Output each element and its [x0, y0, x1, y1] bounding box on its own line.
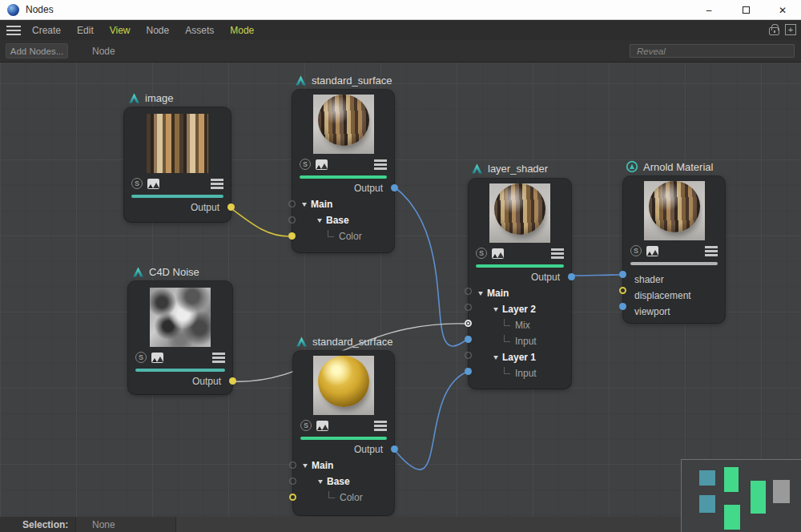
arnold-logo-icon	[471, 163, 483, 175]
row-base[interactable]: Base	[292, 212, 394, 228]
solo-icon[interactable]: S	[135, 352, 147, 363]
node-image[interactable]: S Output	[124, 107, 231, 222]
preview-image-icon[interactable]	[316, 159, 328, 170]
displacement-input-port[interactable]	[619, 287, 626, 294]
node-menu-icon[interactable]	[705, 246, 718, 256]
row-layer-1[interactable]: Layer 1	[469, 349, 571, 365]
wire-standard-surface2-to-layer1-input[interactable]	[394, 373, 465, 470]
solo-icon[interactable]: S	[131, 178, 143, 189]
preview-image-icon[interactable]	[151, 353, 163, 363]
node-title-layer-shader[interactable]: layer_shader	[471, 161, 548, 175]
minimap[interactable]	[681, 459, 801, 532]
row-color[interactable]: Color	[293, 490, 394, 506]
node-c4d-noise[interactable]: S Output	[128, 281, 232, 394]
lock-icon[interactable]	[769, 27, 779, 35]
wire-image-to-standard-surface-color[interactable]	[230, 208, 289, 236]
mix-input-port[interactable]	[465, 320, 472, 327]
main-port[interactable]	[465, 288, 472, 295]
node-menu-icon[interactable]	[551, 248, 564, 259]
reveal-search-input[interactable]	[630, 44, 795, 58]
node-menu-icon[interactable]	[211, 179, 223, 189]
node-title-arnold-material[interactable]: Arnold Material	[626, 159, 713, 174]
close-button[interactable]: ✕	[764, 0, 801, 20]
caret-down-icon[interactable]	[317, 219, 322, 223]
viewport-input-port[interactable]	[619, 303, 626, 310]
layer-2-port[interactable]	[465, 304, 472, 311]
add-panel-icon[interactable]: +	[785, 24, 796, 35]
color-input-port[interactable]	[288, 232, 296, 240]
shader-input-port[interactable]	[619, 271, 626, 278]
node-standard-surface-2[interactable]: S Output Main Base Color	[293, 351, 394, 515]
row-layer-2[interactable]: Layer 2	[469, 301, 571, 317]
node-menu-icon[interactable]	[212, 353, 225, 363]
layer-1-input-port[interactable]	[465, 368, 472, 375]
preview-image-icon[interactable]	[646, 246, 658, 256]
menu-assets[interactable]: Assets	[185, 25, 214, 36]
output-port[interactable]	[568, 273, 575, 280]
caret-down-icon[interactable]	[478, 292, 483, 296]
row-viewport[interactable]: viewport	[623, 304, 725, 320]
node-arnold-material[interactable]: S shader displacement viewport	[623, 176, 725, 323]
node-menu-icon[interactable]	[374, 421, 387, 431]
arnold-logo-icon	[128, 92, 140, 104]
add-nodes-button[interactable]: Add Nodes...	[6, 43, 68, 58]
node-title-standard-surface[interactable]: standard_surface	[295, 73, 392, 87]
solo-icon[interactable]: S	[630, 245, 642, 256]
progress-bar	[630, 262, 718, 265]
output-port[interactable]	[229, 377, 236, 385]
row-color[interactable]: Color	[292, 228, 394, 244]
wire-standard-surface-to-layer2-input[interactable]	[394, 187, 465, 346]
node-title-standard-surface-2[interactable]: standard_surface	[296, 334, 392, 349]
color-input-port[interactable]	[289, 494, 296, 501]
minimize-button[interactable]: –	[690, 0, 727, 20]
node-layer-shader[interactable]: S Output Main Layer 2 Mix Input Layer 1 …	[469, 179, 571, 389]
row-main[interactable]: Main	[292, 196, 394, 212]
wire-layer-shader-to-shader[interactable]	[571, 275, 620, 276]
node-title-c4d-noise[interactable]: C4D Noise	[132, 264, 199, 279]
app-icon	[7, 4, 19, 16]
node-menu-icon[interactable]	[374, 159, 387, 170]
output-port[interactable]	[391, 184, 398, 191]
base-port[interactable]	[289, 478, 296, 485]
layer-1-port[interactable]	[465, 352, 472, 359]
caret-down-icon[interactable]	[302, 203, 307, 207]
node-graph-canvas[interactable]: image S Output standard_surface S Output…	[0, 62, 801, 517]
node-title-image[interactable]: image	[128, 91, 173, 105]
menu-view[interactable]: View	[110, 25, 131, 36]
row-shader[interactable]: shader	[623, 272, 725, 288]
caret-down-icon[interactable]	[493, 308, 498, 312]
output-port[interactable]	[391, 445, 398, 453]
menu-node[interactable]: Node	[147, 25, 170, 36]
row-layer1-input[interactable]: Input	[469, 365, 571, 381]
main-port[interactable]	[288, 200, 296, 208]
window-title: Nodes	[26, 4, 54, 15]
base-port[interactable]	[288, 216, 296, 224]
hamburger-menu-icon[interactable]	[6, 26, 21, 35]
row-base[interactable]: Base	[293, 474, 394, 490]
maximize-button[interactable]	[727, 0, 764, 20]
preview-image-icon[interactable]	[147, 179, 159, 189]
preview-image-icon[interactable]	[316, 421, 328, 431]
output-port[interactable]	[227, 204, 235, 211]
caret-down-icon[interactable]	[318, 480, 323, 484]
main-port[interactable]	[289, 461, 296, 469]
row-main[interactable]: Main	[469, 285, 571, 301]
solo-icon[interactable]: S	[300, 420, 312, 431]
solo-icon[interactable]: S	[476, 248, 487, 259]
menu-edit[interactable]: Edit	[77, 25, 94, 36]
row-layer2-input[interactable]: Input	[469, 333, 571, 349]
tree-elbow	[328, 491, 335, 498]
row-main[interactable]: Main	[293, 457, 394, 474]
caret-down-icon[interactable]	[303, 464, 308, 468]
menu-create[interactable]: Create	[32, 25, 61, 36]
caret-down-icon[interactable]	[493, 356, 498, 360]
node-standard-surface[interactable]: S Output Main Base Color	[292, 90, 394, 252]
row-mix[interactable]: Mix	[469, 317, 571, 333]
layer-2-input-port[interactable]	[465, 336, 472, 343]
arnold-logo-icon	[296, 336, 308, 348]
menu-mode[interactable]: Mode	[230, 25, 254, 36]
row-displacement[interactable]: displacement	[623, 288, 725, 304]
progress-bar	[135, 369, 225, 372]
preview-image-icon[interactable]	[492, 248, 504, 259]
solo-icon[interactable]: S	[300, 159, 311, 170]
